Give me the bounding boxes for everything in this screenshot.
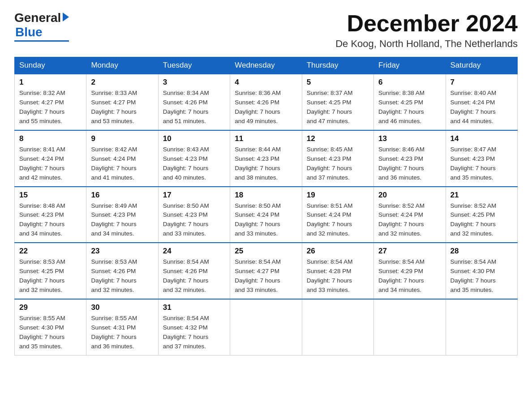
day-info: Sunrise: 8:40 AM Sunset: 4:24 PM Dayligh… <box>450 89 513 126</box>
day-info: Sunrise: 8:42 AM Sunset: 4:24 PM Dayligh… <box>91 145 153 183</box>
day-info: Sunrise: 8:32 AM Sunset: 4:27 PM Dayligh… <box>19 89 82 126</box>
header-tuesday: Tuesday <box>158 57 230 74</box>
calendar-cell: 12Sunrise: 8:45 AM Sunset: 4:23 PM Dayli… <box>302 130 373 187</box>
day-info: Sunrise: 8:36 AM Sunset: 4:26 PM Dayligh… <box>235 89 297 126</box>
calendar-cell: 10Sunrise: 8:43 AM Sunset: 4:23 PM Dayli… <box>158 130 230 187</box>
day-info: Sunrise: 8:44 AM Sunset: 4:23 PM Dayligh… <box>235 145 297 183</box>
calendar-cell: 13Sunrise: 8:46 AM Sunset: 4:23 PM Dayli… <box>374 130 446 187</box>
day-number: 29 <box>19 303 82 312</box>
day-number: 28 <box>450 247 513 256</box>
day-number: 18 <box>235 191 297 200</box>
day-info: Sunrise: 8:54 AM Sunset: 4:27 PM Dayligh… <box>235 257 297 295</box>
calendar-cell: 19Sunrise: 8:51 AM Sunset: 4:24 PM Dayli… <box>302 187 373 243</box>
calendar-cell: 5Sunrise: 8:37 AM Sunset: 4:25 PM Daylig… <box>302 74 373 130</box>
day-number: 12 <box>307 134 369 143</box>
week-row-4: 22Sunrise: 8:53 AM Sunset: 4:25 PM Dayli… <box>15 243 518 299</box>
calendar-cell: 15Sunrise: 8:48 AM Sunset: 4:23 PM Dayli… <box>15 187 86 243</box>
week-row-5: 29Sunrise: 8:55 AM Sunset: 4:30 PM Dayli… <box>15 299 518 355</box>
header-monday: Monday <box>86 57 158 74</box>
calendar-table: Sunday Monday Tuesday Wednesday Thursday… <box>14 57 518 355</box>
title-area: December 2024 De Koog, North Holland, Th… <box>335 11 518 50</box>
calendar-cell: 9Sunrise: 8:42 AM Sunset: 4:24 PM Daylig… <box>86 130 158 187</box>
day-info: Sunrise: 8:38 AM Sunset: 4:25 PM Dayligh… <box>378 89 441 126</box>
day-info: Sunrise: 8:53 AM Sunset: 4:26 PM Dayligh… <box>91 257 153 295</box>
calendar-cell: 16Sunrise: 8:49 AM Sunset: 4:23 PM Dayli… <box>86 187 158 243</box>
day-info: Sunrise: 8:37 AM Sunset: 4:25 PM Dayligh… <box>307 89 369 126</box>
day-info: Sunrise: 8:50 AM Sunset: 4:23 PM Dayligh… <box>163 201 225 239</box>
day-info: Sunrise: 8:45 AM Sunset: 4:23 PM Dayligh… <box>307 145 369 183</box>
day-number: 30 <box>91 303 153 312</box>
day-number: 14 <box>450 134 513 143</box>
day-info: Sunrise: 8:47 AM Sunset: 4:23 PM Dayligh… <box>450 145 513 183</box>
week-row-1: 1Sunrise: 8:32 AM Sunset: 4:27 PM Daylig… <box>15 74 518 130</box>
day-info: Sunrise: 8:54 AM Sunset: 4:26 PM Dayligh… <box>163 257 225 295</box>
calendar-cell: 31Sunrise: 8:54 AM Sunset: 4:32 PM Dayli… <box>158 299 230 355</box>
day-info: Sunrise: 8:55 AM Sunset: 4:31 PM Dayligh… <box>91 314 153 351</box>
header-saturday: Saturday <box>446 57 517 74</box>
day-number: 24 <box>163 247 225 256</box>
day-info: Sunrise: 8:34 AM Sunset: 4:26 PM Dayligh… <box>163 89 225 126</box>
calendar-cell: 8Sunrise: 8:41 AM Sunset: 4:24 PM Daylig… <box>15 130 86 187</box>
day-info: Sunrise: 8:54 AM Sunset: 4:29 PM Dayligh… <box>378 257 441 295</box>
calendar-cell: 22Sunrise: 8:53 AM Sunset: 4:25 PM Dayli… <box>15 243 86 299</box>
day-number: 4 <box>235 78 297 87</box>
calendar-cell: 1Sunrise: 8:32 AM Sunset: 4:27 PM Daylig… <box>15 74 86 130</box>
day-info: Sunrise: 8:54 AM Sunset: 4:32 PM Dayligh… <box>163 314 225 351</box>
calendar-cell: 23Sunrise: 8:53 AM Sunset: 4:26 PM Dayli… <box>86 243 158 299</box>
calendar-cell <box>230 299 302 355</box>
day-number: 3 <box>163 78 225 87</box>
calendar-cell: 17Sunrise: 8:50 AM Sunset: 4:23 PM Dayli… <box>158 187 230 243</box>
day-number: 16 <box>91 191 153 200</box>
day-info: Sunrise: 8:33 AM Sunset: 4:27 PM Dayligh… <box>91 89 153 126</box>
day-info: Sunrise: 8:52 AM Sunset: 4:25 PM Dayligh… <box>450 201 513 239</box>
day-number: 7 <box>450 78 513 87</box>
day-number: 22 <box>19 247 82 256</box>
location-title: De Koog, North Holland, The Netherlands <box>335 38 518 50</box>
calendar-cell: 30Sunrise: 8:55 AM Sunset: 4:31 PM Dayli… <box>86 299 158 355</box>
day-number: 2 <box>91 78 153 87</box>
calendar-cell: 29Sunrise: 8:55 AM Sunset: 4:30 PM Dayli… <box>15 299 86 355</box>
calendar-cell: 6Sunrise: 8:38 AM Sunset: 4:25 PM Daylig… <box>374 74 446 130</box>
day-number: 23 <box>91 247 153 256</box>
day-info: Sunrise: 8:55 AM Sunset: 4:30 PM Dayligh… <box>19 314 82 351</box>
day-number: 1 <box>19 78 82 87</box>
header-friday: Friday <box>374 57 446 74</box>
logo: General Blue <box>14 11 69 42</box>
logo-general-text: General <box>14 11 61 25</box>
calendar-cell: 21Sunrise: 8:52 AM Sunset: 4:25 PM Dayli… <box>446 187 517 243</box>
day-info: Sunrise: 8:50 AM Sunset: 4:24 PM Dayligh… <box>235 201 297 239</box>
day-number: 25 <box>235 247 297 256</box>
header-thursday: Thursday <box>302 57 373 74</box>
day-number: 17 <box>163 191 225 200</box>
week-row-3: 15Sunrise: 8:48 AM Sunset: 4:23 PM Dayli… <box>15 187 518 243</box>
week-row-2: 8Sunrise: 8:41 AM Sunset: 4:24 PM Daylig… <box>15 130 518 187</box>
calendar-cell: 18Sunrise: 8:50 AM Sunset: 4:24 PM Dayli… <box>230 187 302 243</box>
calendar-cell: 25Sunrise: 8:54 AM Sunset: 4:27 PM Dayli… <box>230 243 302 299</box>
calendar-cell: 11Sunrise: 8:44 AM Sunset: 4:23 PM Dayli… <box>230 130 302 187</box>
day-number: 8 <box>19 134 82 143</box>
day-number: 10 <box>163 134 225 143</box>
calendar-cell: 2Sunrise: 8:33 AM Sunset: 4:27 PM Daylig… <box>86 74 158 130</box>
header-sunday: Sunday <box>15 57 86 74</box>
calendar-cell: 14Sunrise: 8:47 AM Sunset: 4:23 PM Dayli… <box>446 130 517 187</box>
logo-flag-icon <box>63 13 69 21</box>
day-number: 26 <box>307 247 369 256</box>
day-info: Sunrise: 8:51 AM Sunset: 4:24 PM Dayligh… <box>307 201 369 239</box>
day-number: 13 <box>378 134 441 143</box>
day-number: 20 <box>378 191 441 200</box>
day-info: Sunrise: 8:49 AM Sunset: 4:23 PM Dayligh… <box>91 201 153 239</box>
calendar-cell: 3Sunrise: 8:34 AM Sunset: 4:26 PM Daylig… <box>158 74 230 130</box>
calendar-cell <box>302 299 373 355</box>
calendar-cell: 20Sunrise: 8:52 AM Sunset: 4:24 PM Dayli… <box>374 187 446 243</box>
day-number: 31 <box>163 303 225 312</box>
calendar-cell <box>374 299 446 355</box>
calendar-cell: 7Sunrise: 8:40 AM Sunset: 4:24 PM Daylig… <box>446 74 517 130</box>
day-info: Sunrise: 8:41 AM Sunset: 4:24 PM Dayligh… <box>19 145 82 183</box>
calendar-cell <box>446 299 517 355</box>
page-header: General Blue December 2024 De Koog, Nort… <box>14 11 518 50</box>
month-title: December 2024 <box>335 11 518 36</box>
day-info: Sunrise: 8:54 AM Sunset: 4:30 PM Dayligh… <box>450 257 513 295</box>
header-row: Sunday Monday Tuesday Wednesday Thursday… <box>15 57 518 74</box>
calendar-cell: 28Sunrise: 8:54 AM Sunset: 4:30 PM Dayli… <box>446 243 517 299</box>
day-number: 19 <box>307 191 369 200</box>
